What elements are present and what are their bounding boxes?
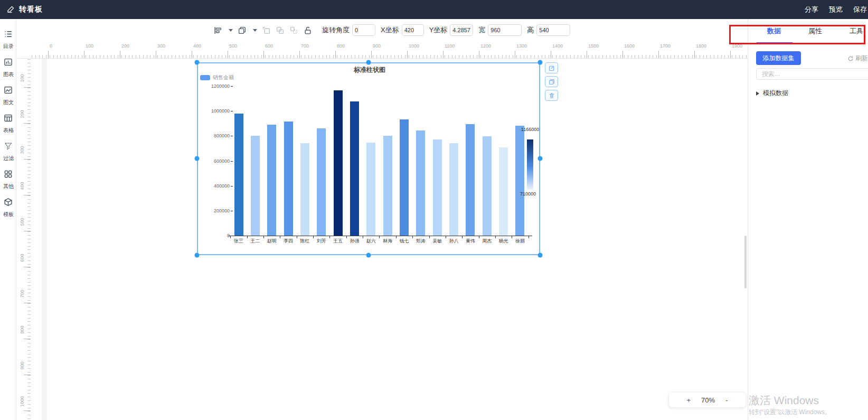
dataset-search-input[interactable] (756, 68, 868, 80)
field-label-3: 宽 (478, 25, 485, 35)
layer-order-icon[interactable] (238, 26, 247, 35)
edit-widget-button[interactable] (545, 62, 558, 73)
field-input-3[interactable] (488, 24, 522, 36)
y-axis-label: 1000000 (198, 108, 230, 114)
grid-icon (4, 170, 13, 181)
bar-吴敏 (433, 139, 442, 236)
hruler-label: 1800 (696, 43, 706, 49)
sidebar-item-3[interactable]: 表格 (0, 114, 16, 134)
field-label-2: Y坐标 (429, 25, 448, 35)
selection-handle-3[interactable] (195, 156, 200, 161)
bar-黄伟 (466, 124, 475, 236)
field-input-4[interactable] (536, 24, 570, 36)
sidebar-item-4[interactable]: 过滤 (0, 142, 16, 162)
zoom-control: + 70% - (669, 393, 746, 407)
delete-widget-button[interactable] (545, 90, 558, 101)
right-panel: 数据属性工具 添加数据集 刷新 模拟数据 (748, 19, 868, 420)
y-axis-label: 0 (198, 233, 230, 238)
selection-handle-5[interactable] (195, 253, 200, 258)
selection-handle-6[interactable] (366, 253, 371, 258)
tree-item-label: 模拟数据 (763, 89, 788, 98)
active-tab-underline (756, 42, 793, 44)
hruler-label: 0 (50, 43, 52, 49)
sidebar-item-0[interactable]: 目录 (0, 30, 16, 50)
hruler-label: 500 (229, 43, 237, 49)
visualmap-gradient (527, 139, 533, 190)
edit-title-icon[interactable] (6, 5, 15, 14)
hruler-label: 1300 (516, 43, 527, 49)
vruler-label: 800 (20, 322, 25, 338)
selection-handle-4[interactable] (538, 156, 543, 161)
table-icon (4, 114, 13, 125)
canvas-scrollbar-thumb[interactable] (744, 236, 747, 288)
zoom-level: 70% (701, 396, 715, 404)
vruler-label: 600 (20, 250, 25, 266)
tree-item-mock-data[interactable]: 模拟数据 (756, 89, 788, 98)
sidebar-item-6[interactable]: 模板 (0, 198, 16, 218)
canvas-toolbar: 旋转角度X坐标Y坐标宽高 (213, 23, 570, 37)
y-axis-label: 200000 (198, 208, 230, 213)
chart-icon (4, 58, 13, 69)
align-caret-icon[interactable] (229, 29, 233, 32)
sidebar-item-2[interactable]: 图文 (0, 86, 16, 106)
x-axis-label: 徐丽 (510, 238, 531, 245)
vruler-label: 1000 (20, 394, 25, 409)
selection-handle-7[interactable] (538, 253, 543, 258)
refresh-control[interactable]: 刷新 (847, 54, 868, 63)
sidebar-item-5[interactable]: 其他 (0, 170, 16, 190)
geometry-fields: 旋转角度X坐标Y坐标宽高 (317, 24, 570, 36)
sidebar-item-label: 图文 (3, 99, 13, 106)
bar-李四 (284, 122, 293, 236)
hruler-label: 1100 (445, 43, 455, 49)
bar-陈红 (300, 143, 309, 236)
y-axis-label: 800000 (198, 133, 230, 138)
bar-王二 (251, 136, 260, 236)
selection-handle-0[interactable] (195, 60, 200, 65)
selection-handle-2[interactable] (538, 60, 543, 65)
y-axis-label: 400000 (198, 183, 230, 189)
sidebar-item-label: 表格 (3, 127, 13, 134)
field-input-1[interactable] (402, 24, 424, 36)
bar-周杰 (483, 136, 492, 236)
legend-label: 销售金额 (213, 74, 234, 81)
selection-handle-1[interactable] (366, 60, 371, 65)
tab-1[interactable]: 属性 (808, 26, 822, 36)
horizontal-ruler: 0100200300400500600700800900100011001200… (17, 42, 748, 59)
field-label-0: 旋转角度 (322, 25, 350, 35)
bar-孙强 (350, 101, 359, 236)
topbar-action-2[interactable]: 保存 (853, 5, 867, 14)
sidebar-item-1[interactable]: 图表 (0, 58, 16, 78)
expand-arrow-icon (756, 91, 759, 96)
list-icon (4, 30, 13, 41)
tab-0[interactable]: 数据 (767, 26, 781, 36)
chart-widget[interactable]: 标准柱状图 销售金额 02000004000006000008000001000… (197, 62, 540, 255)
visualmap-max-label: 1166000 (521, 127, 539, 132)
windows-watermark-title: 激活 Windows (749, 393, 819, 408)
sidebar: 目录图表图文表格过滤其他模板 (0, 19, 16, 420)
topbar-action-0[interactable]: 分享 (805, 5, 818, 14)
bar-赵明 (267, 125, 276, 236)
field-input-2[interactable] (450, 24, 473, 36)
layer-caret-icon[interactable] (253, 29, 257, 32)
field-input-0[interactable] (352, 24, 375, 36)
vruler-label: 100 (20, 70, 25, 86)
bar-张三 (234, 114, 243, 236)
hruler-label: 100 (86, 43, 93, 49)
hruler-label: 600 (265, 43, 273, 49)
topbar-action-1[interactable]: 预览 (829, 5, 843, 14)
field-label-4: 高 (527, 25, 534, 35)
align-icon[interactable] (213, 26, 222, 35)
add-dataset-button[interactable]: 添加数据集 (756, 51, 801, 65)
tab-2[interactable]: 工具 (850, 26, 863, 36)
copy-widget-button[interactable] (545, 76, 558, 87)
bar-钱七 (400, 119, 409, 236)
unlock-icon[interactable] (303, 26, 312, 35)
field-label-1: X坐标 (381, 25, 399, 35)
vruler-label: 500 (20, 214, 25, 230)
zoom-in-button[interactable]: + (687, 396, 691, 404)
bar-赵六 (366, 143, 375, 236)
bar-林海 (383, 136, 392, 236)
zoom-out-button[interactable]: - (725, 396, 728, 404)
chart-legend[interactable]: 销售金额 (200, 74, 234, 81)
bar-刘芳 (317, 128, 326, 236)
